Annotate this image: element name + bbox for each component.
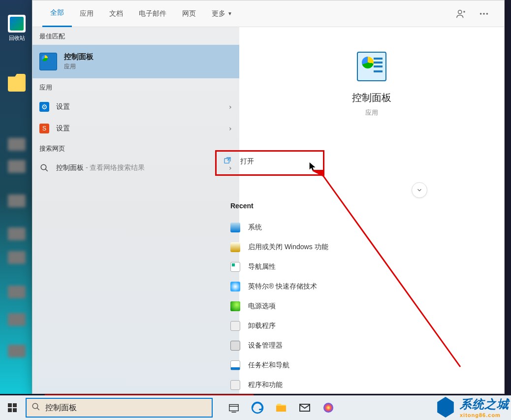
- desktop-background: 回收站: [0, 0, 32, 394]
- explorer-button[interactable]: [270, 396, 292, 419]
- features-icon: [230, 242, 240, 252]
- chevron-down-icon: ▼: [227, 11, 232, 16]
- desktop-item-blur: [8, 251, 26, 264]
- desktop-item-blur: [8, 194, 26, 207]
- best-match-header: 最佳匹配: [32, 27, 239, 45]
- uninstall-icon: [230, 321, 240, 331]
- svg-point-2: [483, 13, 485, 15]
- search-input[interactable]: [45, 403, 207, 412]
- recent-item-system[interactable]: 系统: [230, 218, 378, 237]
- best-match-item[interactable]: 控制面板 应用: [32, 45, 239, 78]
- result-label: 设置: [56, 124, 228, 133]
- svg-point-1: [480, 13, 482, 15]
- gear-icon: ⚙: [39, 102, 49, 112]
- chevron-right-icon: ›: [228, 103, 232, 111]
- chevron-right-icon: ›: [228, 125, 232, 132]
- preview-subtitle: 应用: [239, 108, 504, 117]
- feedback-icon[interactable]: [456, 8, 467, 19]
- tab-email[interactable]: 电子邮件: [131, 0, 174, 27]
- best-match-subtitle: 应用: [64, 63, 94, 71]
- web-header: 搜索网页: [32, 139, 239, 157]
- desktop-item-blur: [8, 227, 26, 240]
- recent-item-devmgr[interactable]: 设备管理器: [230, 336, 378, 355]
- open-action[interactable]: 打开: [224, 157, 254, 166]
- tab-web[interactable]: 网页: [174, 0, 204, 27]
- expand-button[interactable]: [412, 182, 427, 198]
- taskbar-search[interactable]: [26, 398, 213, 418]
- recent-label: 设备管理器: [248, 341, 283, 350]
- results-left-pane: 最佳匹配 控制面板 应用 应用 ⚙ 设置 › S 设置 › 搜索网页: [32, 27, 239, 393]
- svg-point-4: [41, 164, 46, 170]
- search-tabs: 全部 应用 文档 电子邮件 网页 更多▼: [32, 0, 504, 27]
- task-view-button[interactable]: [223, 396, 245, 419]
- taskbar-icon: [230, 360, 240, 370]
- folder-shortcut[interactable]: [6, 74, 28, 94]
- tab-apps[interactable]: 应用: [72, 0, 101, 27]
- desktop-item-blur: [8, 313, 26, 326]
- result-web-search[interactable]: 控制面板 - 查看网络搜索结果 ›: [32, 157, 239, 179]
- recent-label: 英特尔® 快速存储技术: [248, 282, 317, 291]
- search-icon: [39, 163, 49, 173]
- folder-icon: [8, 74, 26, 92]
- intel-icon: [230, 282, 240, 291]
- preview-title: 控制面板: [239, 91, 504, 104]
- recent-item-adapter[interactable]: 导航属性: [230, 257, 378, 277]
- system-icon: [230, 223, 240, 232]
- recent-item-power[interactable]: 电源选项: [230, 296, 378, 316]
- svg-point-0: [458, 10, 462, 13]
- apps-header: 应用: [32, 78, 239, 96]
- browser-button[interactable]: [317, 396, 340, 419]
- desktop-item-blur: [8, 138, 26, 151]
- result-settings-1[interactable]: ⚙ 设置 ›: [32, 96, 239, 118]
- taskbar: [0, 395, 511, 420]
- recent-label: 电源选项: [248, 302, 276, 311]
- control-panel-icon: [39, 53, 57, 70]
- tab-more[interactable]: 更多▼: [204, 0, 240, 27]
- open-external-icon: [224, 157, 231, 166]
- desktop-item-blur: [8, 286, 26, 298]
- windows-logo-icon: [8, 403, 17, 412]
- search-icon: [32, 402, 40, 413]
- recent-label: 任务栏和导航: [248, 361, 289, 370]
- sogou-icon: S: [39, 124, 49, 133]
- edge-button[interactable]: [246, 396, 269, 419]
- recycle-bin-icon: [8, 15, 26, 32]
- recent-item-programs[interactable]: 程序和功能: [230, 375, 378, 395]
- recent-label: 程序和功能: [248, 381, 283, 389]
- svg-rect-14: [276, 406, 286, 412]
- svg-point-8: [32, 403, 38, 409]
- recent-label: 系统: [248, 223, 262, 232]
- desktop-item-blur: [8, 345, 26, 357]
- adapter-icon: [230, 262, 240, 272]
- best-match-title: 控制面板: [64, 52, 94, 62]
- recent-item-features[interactable]: 启用或关闭 Windows 功能: [230, 237, 378, 257]
- recent-section: Recent 系统 启用或关闭 Windows 功能 导航属性 英特尔® 快速存…: [230, 202, 378, 395]
- recent-label: 启用或关闭 Windows 功能: [248, 243, 328, 252]
- result-settings-2[interactable]: S 设置 ›: [32, 118, 239, 139]
- desktop-item-blur: [8, 160, 26, 173]
- more-options-icon[interactable]: [479, 8, 489, 19]
- result-label: 控制面板 - 查看网络搜索结果: [56, 163, 228, 172]
- recent-item-uninstall[interactable]: 卸载程序: [230, 316, 378, 336]
- svg-line-9: [37, 408, 39, 410]
- result-label: 设置: [56, 102, 228, 111]
- mail-button[interactable]: [293, 396, 316, 419]
- svg-point-3: [486, 13, 488, 15]
- programs-icon: [230, 380, 240, 390]
- recycle-bin-label: 回收站: [6, 34, 28, 42]
- svg-point-16: [323, 403, 333, 413]
- power-icon: [230, 301, 240, 311]
- open-label: 打开: [240, 157, 254, 166]
- recent-item-taskbar[interactable]: 任务栏和导航: [230, 355, 378, 375]
- start-button[interactable]: [0, 395, 25, 420]
- recent-header: Recent: [230, 202, 378, 210]
- recent-label: 导航属性: [248, 262, 276, 271]
- device-manager-icon: [230, 341, 240, 351]
- tab-all[interactable]: 全部: [42, 0, 72, 27]
- recycle-bin[interactable]: 回收站: [6, 15, 28, 42]
- control-panel-large-icon: [357, 52, 386, 81]
- recent-label: 卸载程序: [248, 322, 276, 330]
- recent-item-intel[interactable]: 英特尔® 快速存储技术: [230, 277, 378, 296]
- svg-line-5: [45, 169, 48, 171]
- tab-docs[interactable]: 文档: [101, 0, 131, 27]
